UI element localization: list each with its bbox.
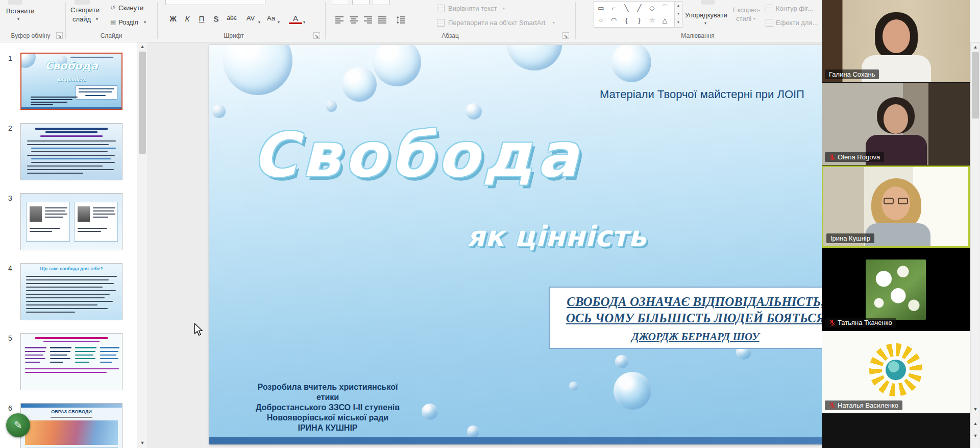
align-left-icon[interactable] bbox=[335, 16, 344, 24]
shape-triangle-icon[interactable]: △ bbox=[658, 14, 671, 27]
current-slide[interactable]: Матеріали Творчої майстерні при ЛОІП Сво… bbox=[209, 45, 852, 444]
new-slide-chevron-icon[interactable]: ▾ bbox=[96, 17, 98, 21]
shapes-more-icon[interactable]: ▼ bbox=[675, 18, 682, 27]
bar bbox=[25, 368, 119, 369]
mini-slide-subtitle: як цінність bbox=[21, 77, 121, 82]
quote-line-1: СВОБОДА ОЗНАЧАЄ ВІДПОВІДАЛЬНІСТЬ, bbox=[550, 294, 841, 310]
justify-icon[interactable] bbox=[378, 16, 387, 24]
main-scroll-thumb[interactable] bbox=[972, 52, 979, 119]
thumbnail-slide-4[interactable]: Що таке свобода для тебе? bbox=[20, 263, 122, 320]
shapes-gallery-scrollbar[interactable]: ▲ ▼ ▼ bbox=[674, 2, 682, 27]
path bbox=[194, 323, 202, 335]
mini-quote-box bbox=[76, 85, 117, 100]
shape-arc-icon[interactable]: ⌒ bbox=[658, 2, 671, 14]
thumbnail-slide-1[interactable]: Свобода як цінність bbox=[20, 53, 122, 110]
thumbnail-scroll-down-icon[interactable]: ▼ bbox=[137, 440, 148, 445]
next-slide-icon[interactable]: ▼ bbox=[971, 433, 980, 438]
bullets-button-cutoff[interactable] bbox=[332, 0, 349, 5]
section-button[interactable]: Розділ bbox=[118, 18, 138, 26]
shapes-gallery: ▭ ⌐ ╲ ╱ ◇ ⌒ ○ ◠ { } ☆ △ ▲ ▼ ▼ bbox=[594, 1, 682, 28]
bold-button[interactable]: Ж bbox=[166, 14, 180, 23]
underline-button[interactable]: П bbox=[195, 14, 208, 23]
shape-line2-icon[interactable]: ╱ bbox=[633, 2, 646, 14]
slide-subtitle-text[interactable]: як цінність bbox=[449, 220, 664, 253]
video-tile-galyna-sokhan[interactable]: Галина Сохань bbox=[822, 0, 970, 82]
main-vertical-scrollbar[interactable]: ▲ ▼ ▲ ▼ bbox=[970, 43, 979, 448]
character-spacing-chevron-icon[interactable]: ▾ bbox=[258, 20, 260, 25]
strikethrough-button[interactable]: abc bbox=[224, 14, 240, 21]
shape-brace-left-icon[interactable]: { bbox=[620, 14, 633, 27]
font-color-button[interactable]: А bbox=[289, 14, 302, 24]
section-chevron-icon[interactable]: ▾ bbox=[144, 20, 146, 25]
thumbnail-slide-3[interactable] bbox=[20, 193, 122, 250]
previous-slide-icon[interactable]: ▲ bbox=[971, 421, 980, 426]
video-tile-olena-rogova[interactable]: Olena Rogova bbox=[822, 83, 970, 165]
thumbnail-scroll-up-icon[interactable]: ▲ bbox=[137, 44, 148, 49]
font-group-label: Шрифт bbox=[157, 32, 310, 39]
thumbnail-number-3: 3 bbox=[8, 194, 12, 202]
quote-box[interactable]: СВОБОДА ОЗНАЧАЄ ВІДПОВІДАЛЬНІСТЬ, ОСЬ ЧО… bbox=[549, 287, 842, 349]
thumbnail-slide-2[interactable] bbox=[20, 123, 122, 180]
thumbnail-scrollbar[interactable]: ▲ ▼ bbox=[137, 42, 147, 448]
shape-line-icon[interactable]: ╲ bbox=[620, 2, 633, 14]
participant-name-label: Ірина Кушнір bbox=[826, 233, 874, 243]
shape-oval-icon[interactable]: ○ bbox=[595, 14, 607, 27]
video-tile-iryna-kushnir-active-speaker[interactable]: Ірина Кушнір bbox=[822, 166, 970, 248]
paste-chevron-icon[interactable]: ▾ bbox=[17, 17, 19, 21]
paste-button[interactable]: Вставити bbox=[6, 7, 35, 15]
bar bbox=[93, 217, 108, 218]
shape-curve-icon[interactable]: ◠ bbox=[607, 14, 620, 27]
slide-header-text[interactable]: Матеріали Творчої майстерні при ЛОІП bbox=[600, 88, 852, 101]
new-slide-button[interactable]: Створити bbox=[70, 6, 100, 14]
line-spacing-icon[interactable] bbox=[396, 16, 405, 24]
font-color-chevron-icon[interactable]: ▾ bbox=[303, 20, 305, 25]
numbering-button-cutoff[interactable] bbox=[352, 0, 370, 5]
change-case-chevron-icon[interactable]: ▾ bbox=[278, 20, 280, 25]
shapes-scroll-down-icon[interactable]: ▼ bbox=[675, 10, 682, 18]
quick-styles-button-line2: стилі bbox=[736, 15, 751, 22]
thumbnail-slide-6[interactable]: ОБРАЗ СВОБОДИ bbox=[20, 403, 122, 448]
align-center-icon[interactable] bbox=[349, 16, 358, 24]
clipboard-icon bbox=[8, 0, 22, 5]
new-slide-button-line2[interactable]: слайд bbox=[72, 15, 91, 23]
bar bbox=[79, 91, 112, 92]
align-text-icon bbox=[437, 5, 445, 12]
reset-slide-button[interactable]: Скинути bbox=[118, 4, 143, 12]
indent-button-cutoff[interactable] bbox=[373, 0, 390, 5]
bar bbox=[25, 362, 40, 363]
bar bbox=[93, 214, 115, 215]
shapes-scroll-up-icon[interactable]: ▲ bbox=[675, 2, 682, 10]
italic-button[interactable]: К bbox=[181, 14, 194, 23]
arrange-chevron-icon[interactable]: ▾ bbox=[704, 21, 706, 26]
clipboard-dialog-launcher[interactable]: ⇘ bbox=[56, 32, 63, 39]
main-scroll-down-icon[interactable]: ▼ bbox=[971, 407, 980, 412]
quick-styles-chevron-icon: ▾ bbox=[753, 17, 755, 21]
bar bbox=[50, 351, 70, 352]
annotation-pen-button[interactable]: ✎ bbox=[6, 413, 30, 437]
font-dialog-launcher[interactable]: ⇘ bbox=[313, 32, 320, 39]
g bbox=[400, 17, 405, 23]
participant-name-label: Татьяна Ткаченко bbox=[825, 318, 896, 327]
shape-outline-button: Контур фіг... bbox=[776, 5, 813, 12]
mini-title-strip bbox=[21, 404, 122, 408]
change-case-button[interactable]: Aa bbox=[264, 14, 278, 22]
video-tile-tatyana-tkachenko[interactable]: Татьяна Ткаченко bbox=[822, 248, 970, 331]
align-right-icon[interactable] bbox=[363, 16, 373, 24]
shape-corner-icon[interactable]: ⌐ bbox=[607, 2, 620, 14]
paragraph-dialog-launcher[interactable]: ⇘ bbox=[562, 32, 569, 39]
slide-title-text[interactable]: Свобода bbox=[252, 120, 582, 191]
thumbnail-scroll-thumb[interactable] bbox=[139, 52, 146, 154]
mouse-cursor bbox=[193, 323, 204, 336]
credits-block[interactable]: Розробила вчитель християнської етики До… bbox=[248, 382, 407, 433]
main-scroll-up-icon[interactable]: ▲ bbox=[971, 44, 980, 50]
shape-brace-right-icon[interactable]: } bbox=[633, 14, 646, 27]
text-shadow-button[interactable]: S bbox=[209, 14, 223, 23]
shape-star-icon[interactable]: ☆ bbox=[646, 14, 658, 27]
thumbnail-slide-5[interactable] bbox=[20, 333, 122, 390]
arrange-button[interactable]: Упорядкувати bbox=[685, 11, 727, 19]
video-tile-natalya-vasylenko[interactable]: Наталья Василенко bbox=[822, 331, 970, 413]
mini-slide-title: ОБРАЗ СВОБОДИ bbox=[21, 409, 122, 414]
shape-diamond-icon[interactable]: ◇ bbox=[646, 2, 658, 14]
shape-rectangle-icon[interactable]: ▭ bbox=[595, 2, 607, 14]
character-spacing-button[interactable]: AV bbox=[243, 14, 258, 22]
